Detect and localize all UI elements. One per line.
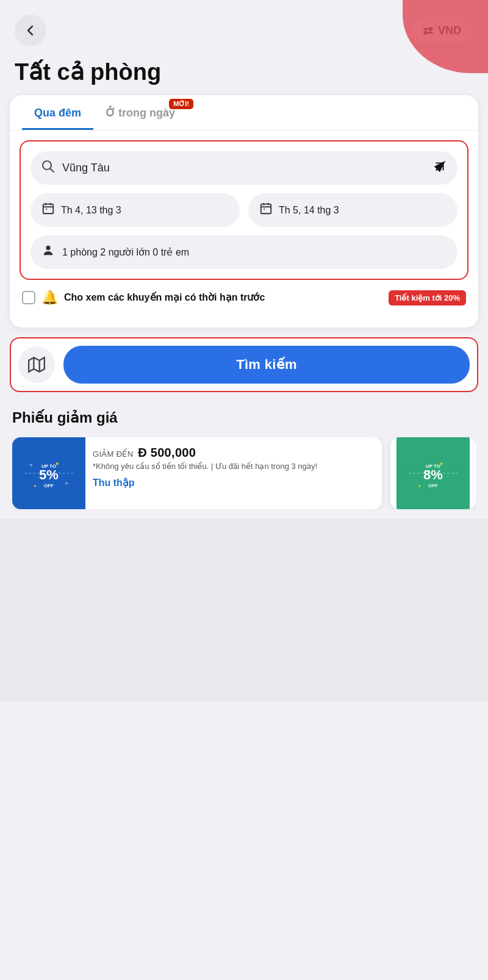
location-text: Vũng Tàu: [62, 162, 433, 174]
voucher-section: Phiếu giảm giá ✦ ✦ ★: [0, 392, 488, 519]
guests-row[interactable]: 1 phòng 2 người lớn 0 trẻ em: [30, 235, 458, 269]
voucher-icon-1: ✦ ✦ ★ ★ UP TO 5% OFF: [12, 437, 85, 509]
search-main-button[interactable]: Tìm kiếm: [63, 346, 470, 384]
tab-overnight[interactable]: Qua đêm: [22, 96, 93, 130]
checkout-label: Th 5, 14 thg 3: [279, 205, 339, 216]
checkout-calendar-icon: [259, 202, 273, 218]
new-badge: MỚI!: [169, 99, 193, 109]
save-badge: Tiết kiệm tới 20%: [389, 290, 466, 306]
voucher-card-desc-1: *Không yêu cầu số tiền tối thiểu. | Ưu đ…: [93, 461, 375, 472]
svg-marker-13: [29, 357, 45, 371]
checkin-label: Th 4, 13 thg 3: [61, 205, 121, 216]
map-button[interactable]: [18, 346, 55, 383]
voucher-card-content-1: GIẢM ĐẾN đ 500,000 *Không yêu cầu số tiề…: [85, 437, 382, 509]
checkin-calendar-icon: [41, 202, 55, 218]
back-button[interactable]: [15, 15, 46, 46]
voucher-card-header-1: GIẢM ĐẾN đ 500,000: [93, 446, 375, 460]
bottom-spacer: [0, 519, 488, 702]
promo-alert-row: 🔔 Cho xem các khuyến mại có thời hạn trư…: [10, 280, 478, 315]
checkout-button[interactable]: Th 5, 14 thg 3: [248, 193, 458, 227]
svg-text:★: ★: [34, 484, 37, 488]
date-row: Th 4, 13 thg 3 Th 5, 14 thg 3: [30, 193, 458, 227]
guests-text: 1 phòng 2 người lớn 0 trẻ em: [62, 246, 189, 258]
svg-text:8%: 8%: [423, 467, 443, 482]
voucher-cards-row: ✦ ✦ ★ ★ UP TO 5% OFF GIẢM ĐẾN đ 500,000 …: [12, 437, 476, 509]
page-title: Tất cả phòng: [0, 52, 488, 95]
svg-rect-7: [261, 204, 271, 214]
search-icon: [41, 160, 55, 176]
collect-link-1[interactable]: Thu thập: [93, 477, 375, 488]
svg-text:★: ★: [418, 484, 421, 488]
tabs-row: Qua đêm Ở trong ngày MỚI!: [10, 95, 478, 131]
svg-rect-2: [43, 204, 54, 214]
svg-text:OFF: OFF: [428, 483, 438, 488]
voucher-amount: đ 500,000: [138, 446, 196, 459]
voucher-card-1: ✦ ✦ ★ ★ UP TO 5% OFF GIẢM ĐẾN đ 500,000 …: [12, 437, 382, 509]
search-form: Vũng Tàu T: [20, 140, 468, 280]
guests-icon: [41, 244, 55, 260]
location-arrow-icon[interactable]: [433, 160, 447, 176]
svg-text:✦: ✦: [29, 462, 34, 468]
main-card: Qua đêm Ở trong ngày MỚI! Vũng Tàu: [10, 95, 478, 327]
voucher-icon-2: ★ ★ UP TO 8% OFF: [396, 437, 470, 509]
svg-text:OFF: OFF: [44, 483, 54, 488]
svg-text:5%: 5%: [39, 467, 59, 482]
search-button-area: Tìm kiếm: [10, 337, 478, 392]
location-input-row[interactable]: Vũng Tàu: [30, 151, 458, 185]
svg-text:✦: ✦: [64, 481, 69, 487]
promo-checkbox[interactable]: [22, 291, 35, 304]
voucher-title: Phiếu giảm giá: [12, 409, 476, 426]
checkin-button[interactable]: Th 4, 13 thg 3: [30, 193, 240, 227]
voucher-card-2: ★ ★ UP TO 8% OFF: [390, 437, 476, 509]
tab-dayuse[interactable]: Ở trong ngày MỚI!: [93, 95, 187, 130]
svg-point-12: [46, 246, 50, 250]
bell-icon: 🔔: [41, 290, 58, 306]
promo-text: Cho xem các khuyến mại có thời hạn trước: [64, 291, 382, 304]
